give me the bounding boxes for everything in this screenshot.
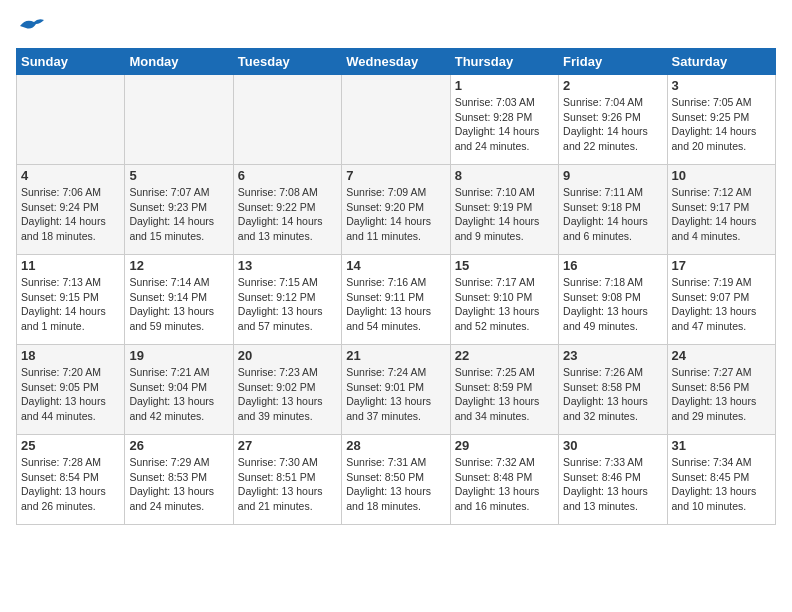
calendar-week-row: 18Sunrise: 7:20 AM Sunset: 9:05 PM Dayli… <box>17 345 776 435</box>
calendar-day-cell: 3Sunrise: 7:05 AM Sunset: 9:25 PM Daylig… <box>667 75 775 165</box>
day-info: Sunrise: 7:34 AM Sunset: 8:45 PM Dayligh… <box>672 455 771 514</box>
day-number: 14 <box>346 258 445 273</box>
calendar-day-cell: 11Sunrise: 7:13 AM Sunset: 9:15 PM Dayli… <box>17 255 125 345</box>
day-info: Sunrise: 7:09 AM Sunset: 9:20 PM Dayligh… <box>346 185 445 244</box>
day-info: Sunrise: 7:18 AM Sunset: 9:08 PM Dayligh… <box>563 275 662 334</box>
day-info: Sunrise: 7:32 AM Sunset: 8:48 PM Dayligh… <box>455 455 554 514</box>
calendar-day-cell: 8Sunrise: 7:10 AM Sunset: 9:19 PM Daylig… <box>450 165 558 255</box>
calendar-day-cell: 26Sunrise: 7:29 AM Sunset: 8:53 PM Dayli… <box>125 435 233 525</box>
day-number: 1 <box>455 78 554 93</box>
header-sunday: Sunday <box>17 49 125 75</box>
day-number: 17 <box>672 258 771 273</box>
day-number: 18 <box>21 348 120 363</box>
day-info: Sunrise: 7:05 AM Sunset: 9:25 PM Dayligh… <box>672 95 771 154</box>
calendar-day-cell: 4Sunrise: 7:06 AM Sunset: 9:24 PM Daylig… <box>17 165 125 255</box>
day-info: Sunrise: 7:16 AM Sunset: 9:11 PM Dayligh… <box>346 275 445 334</box>
calendar-day-cell: 12Sunrise: 7:14 AM Sunset: 9:14 PM Dayli… <box>125 255 233 345</box>
calendar-day-cell: 30Sunrise: 7:33 AM Sunset: 8:46 PM Dayli… <box>559 435 667 525</box>
day-info: Sunrise: 7:03 AM Sunset: 9:28 PM Dayligh… <box>455 95 554 154</box>
day-info: Sunrise: 7:33 AM Sunset: 8:46 PM Dayligh… <box>563 455 662 514</box>
day-info: Sunrise: 7:17 AM Sunset: 9:10 PM Dayligh… <box>455 275 554 334</box>
day-number: 12 <box>129 258 228 273</box>
day-number: 8 <box>455 168 554 183</box>
calendar-day-cell: 14Sunrise: 7:16 AM Sunset: 9:11 PM Dayli… <box>342 255 450 345</box>
calendar-day-cell: 28Sunrise: 7:31 AM Sunset: 8:50 PM Dayli… <box>342 435 450 525</box>
calendar-header-row: SundayMondayTuesdayWednesdayThursdayFrid… <box>17 49 776 75</box>
calendar-day-cell: 6Sunrise: 7:08 AM Sunset: 9:22 PM Daylig… <box>233 165 341 255</box>
calendar-day-cell <box>342 75 450 165</box>
calendar-day-cell: 18Sunrise: 7:20 AM Sunset: 9:05 PM Dayli… <box>17 345 125 435</box>
calendar-day-cell: 31Sunrise: 7:34 AM Sunset: 8:45 PM Dayli… <box>667 435 775 525</box>
calendar-day-cell: 19Sunrise: 7:21 AM Sunset: 9:04 PM Dayli… <box>125 345 233 435</box>
day-number: 19 <box>129 348 228 363</box>
day-number: 22 <box>455 348 554 363</box>
day-number: 4 <box>21 168 120 183</box>
day-info: Sunrise: 7:29 AM Sunset: 8:53 PM Dayligh… <box>129 455 228 514</box>
page-header <box>16 16 776 40</box>
calendar-day-cell: 23Sunrise: 7:26 AM Sunset: 8:58 PM Dayli… <box>559 345 667 435</box>
header-friday: Friday <box>559 49 667 75</box>
day-info: Sunrise: 7:23 AM Sunset: 9:02 PM Dayligh… <box>238 365 337 424</box>
calendar-day-cell <box>17 75 125 165</box>
day-number: 3 <box>672 78 771 93</box>
calendar-day-cell: 29Sunrise: 7:32 AM Sunset: 8:48 PM Dayli… <box>450 435 558 525</box>
day-number: 27 <box>238 438 337 453</box>
calendar-day-cell <box>233 75 341 165</box>
calendar-day-cell: 25Sunrise: 7:28 AM Sunset: 8:54 PM Dayli… <box>17 435 125 525</box>
day-number: 6 <box>238 168 337 183</box>
day-number: 5 <box>129 168 228 183</box>
day-info: Sunrise: 7:24 AM Sunset: 9:01 PM Dayligh… <box>346 365 445 424</box>
day-number: 16 <box>563 258 662 273</box>
day-info: Sunrise: 7:12 AM Sunset: 9:17 PM Dayligh… <box>672 185 771 244</box>
day-info: Sunrise: 7:28 AM Sunset: 8:54 PM Dayligh… <box>21 455 120 514</box>
day-number: 11 <box>21 258 120 273</box>
header-tuesday: Tuesday <box>233 49 341 75</box>
day-info: Sunrise: 7:21 AM Sunset: 9:04 PM Dayligh… <box>129 365 228 424</box>
calendar-day-cell: 5Sunrise: 7:07 AM Sunset: 9:23 PM Daylig… <box>125 165 233 255</box>
calendar-day-cell: 16Sunrise: 7:18 AM Sunset: 9:08 PM Dayli… <box>559 255 667 345</box>
calendar-week-row: 25Sunrise: 7:28 AM Sunset: 8:54 PM Dayli… <box>17 435 776 525</box>
calendar-day-cell: 1Sunrise: 7:03 AM Sunset: 9:28 PM Daylig… <box>450 75 558 165</box>
calendar-day-cell: 2Sunrise: 7:04 AM Sunset: 9:26 PM Daylig… <box>559 75 667 165</box>
day-number: 26 <box>129 438 228 453</box>
header-wednesday: Wednesday <box>342 49 450 75</box>
day-number: 24 <box>672 348 771 363</box>
day-number: 15 <box>455 258 554 273</box>
day-number: 28 <box>346 438 445 453</box>
header-saturday: Saturday <box>667 49 775 75</box>
calendar-day-cell: 22Sunrise: 7:25 AM Sunset: 8:59 PM Dayli… <box>450 345 558 435</box>
calendar-table: SundayMondayTuesdayWednesdayThursdayFrid… <box>16 48 776 525</box>
day-info: Sunrise: 7:08 AM Sunset: 9:22 PM Dayligh… <box>238 185 337 244</box>
day-number: 21 <box>346 348 445 363</box>
day-info: Sunrise: 7:25 AM Sunset: 8:59 PM Dayligh… <box>455 365 554 424</box>
calendar-day-cell: 20Sunrise: 7:23 AM Sunset: 9:02 PM Dayli… <box>233 345 341 435</box>
calendar-day-cell: 7Sunrise: 7:09 AM Sunset: 9:20 PM Daylig… <box>342 165 450 255</box>
day-number: 25 <box>21 438 120 453</box>
day-info: Sunrise: 7:27 AM Sunset: 8:56 PM Dayligh… <box>672 365 771 424</box>
logo <box>16 16 46 40</box>
calendar-day-cell <box>125 75 233 165</box>
calendar-week-row: 4Sunrise: 7:06 AM Sunset: 9:24 PM Daylig… <box>17 165 776 255</box>
calendar-week-row: 11Sunrise: 7:13 AM Sunset: 9:15 PM Dayli… <box>17 255 776 345</box>
day-info: Sunrise: 7:20 AM Sunset: 9:05 PM Dayligh… <box>21 365 120 424</box>
day-number: 23 <box>563 348 662 363</box>
day-info: Sunrise: 7:14 AM Sunset: 9:14 PM Dayligh… <box>129 275 228 334</box>
calendar-day-cell: 27Sunrise: 7:30 AM Sunset: 8:51 PM Dayli… <box>233 435 341 525</box>
calendar-day-cell: 21Sunrise: 7:24 AM Sunset: 9:01 PM Dayli… <box>342 345 450 435</box>
day-number: 13 <box>238 258 337 273</box>
day-info: Sunrise: 7:19 AM Sunset: 9:07 PM Dayligh… <box>672 275 771 334</box>
day-info: Sunrise: 7:04 AM Sunset: 9:26 PM Dayligh… <box>563 95 662 154</box>
day-number: 7 <box>346 168 445 183</box>
day-info: Sunrise: 7:31 AM Sunset: 8:50 PM Dayligh… <box>346 455 445 514</box>
day-info: Sunrise: 7:07 AM Sunset: 9:23 PM Dayligh… <box>129 185 228 244</box>
day-info: Sunrise: 7:30 AM Sunset: 8:51 PM Dayligh… <box>238 455 337 514</box>
day-number: 10 <box>672 168 771 183</box>
header-thursday: Thursday <box>450 49 558 75</box>
calendar-day-cell: 13Sunrise: 7:15 AM Sunset: 9:12 PM Dayli… <box>233 255 341 345</box>
calendar-day-cell: 15Sunrise: 7:17 AM Sunset: 9:10 PM Dayli… <box>450 255 558 345</box>
calendar-day-cell: 9Sunrise: 7:11 AM Sunset: 9:18 PM Daylig… <box>559 165 667 255</box>
day-info: Sunrise: 7:06 AM Sunset: 9:24 PM Dayligh… <box>21 185 120 244</box>
day-info: Sunrise: 7:13 AM Sunset: 9:15 PM Dayligh… <box>21 275 120 334</box>
day-number: 20 <box>238 348 337 363</box>
calendar-week-row: 1Sunrise: 7:03 AM Sunset: 9:28 PM Daylig… <box>17 75 776 165</box>
